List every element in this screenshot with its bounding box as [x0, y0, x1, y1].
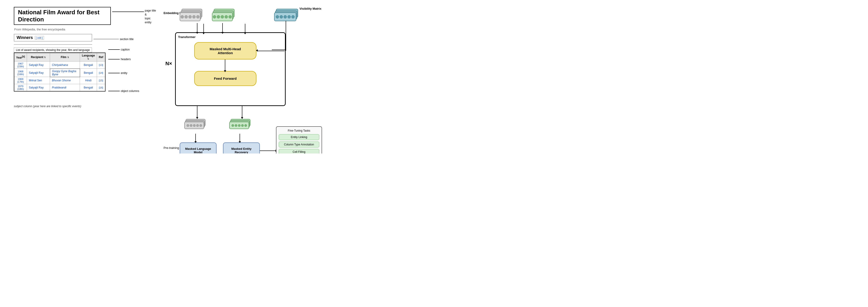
transformer-block: N× Transformer Masked Multi-Head Attenti… — [175, 32, 286, 106]
annotation-section: section title — [120, 37, 134, 41]
masked-lm-label: Masked Language Model — [185, 147, 211, 154]
feedforward-label: Feed Forward — [214, 76, 237, 81]
wiki-subtitle: From Wikipedia, the free encyclopedia — [14, 28, 157, 31]
annotation-object-columns: object columns — [121, 89, 139, 93]
header-language: Language ⇅ — [80, 53, 97, 62]
cell-ref: [13] — [97, 62, 105, 69]
arrow-out-right — [242, 106, 242, 118]
green-embed-stack — [212, 7, 235, 28]
cell-language: Bengali — [80, 62, 97, 69]
table-row: 1967 (15th) Satyajit Ray Chiriyakhana Be… — [14, 62, 105, 69]
masked-entity-label: Masked Entity Recovery — [231, 147, 251, 154]
table-row: 1970 (18th) Satyajit Ray Pratidwandi Ben… — [14, 84, 105, 92]
finetune-title: Fine-Tuning Tasks — [279, 129, 319, 132]
nx-label: N× — [165, 61, 172, 67]
header-year: Year[b] — [14, 53, 27, 62]
line-visibility-horiz — [272, 50, 286, 50]
teal-embed-stack — [274, 7, 300, 28]
masked-lm-box: Masked Language Model — [180, 143, 217, 154]
header-film: Film ⇅ — [50, 53, 80, 62]
cell-year: 1969 (17th) — [14, 77, 27, 84]
cell-recipient: Satyajit Ray — [27, 84, 50, 92]
wiki-table: Year[b] Recipient ⇅ Film ⇅ Language ⇅ Re… — [14, 53, 105, 92]
cell-language: Bengali — [80, 69, 97, 77]
cell-ref: [14] — [97, 69, 105, 77]
cell-language: Hindi — [80, 77, 97, 84]
transformer-inner-label: Transformer — [178, 35, 195, 39]
cell-film: Chiriyakhana — [50, 62, 80, 69]
table-caption: List of award recipients, showing the ye… — [14, 48, 92, 53]
arrow-green-down — [222, 23, 223, 33]
left-panel: National Film Award for Best Direction p… — [0, 0, 161, 154]
arrowhead-ff — [224, 70, 226, 72]
arrow-to-finetune — [260, 151, 276, 151]
cell-ref: [15] — [97, 77, 105, 84]
arrowhead-gray — [196, 32, 198, 34]
visibility-matrix-label: Visibility Matrix — [300, 7, 321, 10]
line-visibility-down — [286, 21, 286, 51]
annotation-caption: caption — [121, 48, 130, 51]
gray-embed-stack — [180, 7, 203, 28]
cell-film: Bhuvan Shome — [50, 77, 80, 84]
arrow-visibility — [257, 51, 284, 51]
arrow-to-mer — [240, 134, 240, 142]
table-row: 1969 (17th) Mrinal Sen Bhuvan Shome Hind… — [14, 77, 105, 84]
feedforward-box: Feed Forward — [194, 71, 256, 86]
table-row: 1968 (16th) Satyajit Ray Goopy Gyne Bagh… — [14, 69, 105, 77]
finetune-panel: Fine-Tuning Tasks Entity Linking Column … — [276, 126, 322, 154]
cell-film: Pratidwandi — [50, 84, 80, 92]
arrowhead-green — [221, 32, 224, 34]
table-header-row: Year[b] Recipient ⇅ Film ⇅ Language ⇅ Re… — [14, 53, 105, 62]
arrow-gray-down — [197, 23, 197, 33]
cell-recipient: Satyajit Ray — [27, 62, 50, 69]
annotation-entity: entity — [121, 71, 127, 75]
cell-recipient: Satyajit Ray — [27, 69, 50, 77]
header-recipient: Recipient ⇅ — [27, 53, 50, 62]
cell-ref: [16] — [97, 84, 105, 92]
arrowhead-visibility — [256, 49, 258, 52]
annotation-headers: headers — [121, 58, 131, 61]
cell-year: 1970 (18th) — [14, 84, 27, 92]
output-gray-stack — [184, 118, 207, 134]
arrowhead-input-2 — [244, 32, 246, 34]
header-ref: Ref — [97, 53, 105, 62]
section-title: Winners — [17, 35, 33, 40]
task-column-type: Column Type Annotation — [279, 142, 319, 148]
cell-recipient: Mrinal Sen — [27, 77, 50, 84]
arrow-input-2 — [245, 24, 245, 33]
task-cell-filling: Cell Filling — [279, 149, 319, 154]
cell-film: Goopy Gyne Bagha Byne — [50, 69, 80, 77]
attention-box: Masked Multi-Head Attention — [194, 42, 256, 59]
arrow-attn-ff — [225, 59, 225, 71]
arrow-out-left — [197, 106, 197, 118]
attention-label: Masked Multi-Head Attention — [210, 47, 241, 55]
right-panel: Embedding Layer — [161, 0, 434, 154]
wiki-title: National Film Award for Best Direction — [14, 7, 111, 25]
cell-year: 1968 (16th) — [14, 69, 27, 77]
task-entity-linking: Entity Linking — [279, 134, 319, 140]
edit-link[interactable]: [ edit ] — [35, 36, 44, 40]
arrow-to-mlm — [195, 134, 196, 142]
annotation-title: page title & topic entity — [145, 9, 157, 24]
arrow-input-1 — [204, 24, 204, 33]
cell-year: 1967 (15th) — [14, 62, 27, 69]
masked-entity-box: Masked Entity Recovery — [223, 143, 260, 154]
wiki-table-wrapper: List of award recipients, showing the ye… — [14, 48, 105, 92]
output-green-stack — [229, 118, 252, 134]
pretrain-label: Pre-training — [163, 146, 179, 150]
bottom-note: subject column (year here are linked to … — [14, 105, 157, 108]
cell-language: Bengali — [80, 84, 97, 92]
section-title-box: Winners [ edit ] — [14, 34, 92, 41]
arrowhead-input-1 — [203, 32, 205, 34]
